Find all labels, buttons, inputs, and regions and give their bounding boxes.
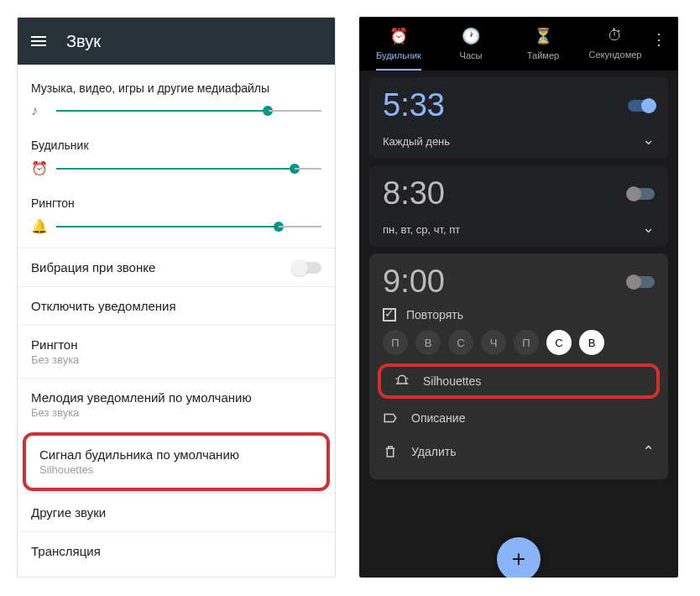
alarm-toggle[interactable] xyxy=(628,100,655,112)
ring-slider[interactable] xyxy=(56,226,321,227)
alarm-slider[interactable] xyxy=(56,168,321,170)
ring-volume: Рингтон 🔔 xyxy=(18,190,335,248)
hourglass-icon: ⏳ xyxy=(507,27,579,45)
tabs: ⏰ Будильник 🕐 Часы ⏳ Таймер ⏱ Секундомер… xyxy=(359,17,678,71)
mute-notifications-row[interactable]: Отключить уведомления xyxy=(18,286,335,325)
clock-app-screen: ⏰ Будильник 🕐 Часы ⏳ Таймер ⏱ Секундомер… xyxy=(359,17,678,578)
alarm-time: 8:30 xyxy=(383,175,445,212)
alarm-volume: Будильник ⏰ xyxy=(18,132,335,190)
bell-icon: 🔔 xyxy=(31,218,46,234)
alarm-item-2[interactable]: 8:30 пн, вт, ср, чт, пт ⌄ xyxy=(369,165,668,247)
chevron-down-icon[interactable]: ⌄ xyxy=(642,130,655,149)
ringing-bell-icon xyxy=(394,374,410,389)
alarm-list: 5:33 Каждый день ⌄ 8:30 пн, вт, ср, чт, … xyxy=(359,71,678,578)
alarm-toggle[interactable] xyxy=(628,188,655,200)
ringtone-row[interactable]: Рингтон Без звука xyxy=(18,325,335,378)
alarm-item-3-expanded: 9:00 Повторять П В С Ч П С В Silhouettes xyxy=(369,254,668,479)
alarm-tone-row[interactable]: Silhouettes xyxy=(378,363,660,399)
other-sounds-row[interactable]: Другие звуки xyxy=(18,493,335,531)
label-icon xyxy=(383,410,398,426)
alarm-item-1[interactable]: 5:33 Каждый день ⌄ xyxy=(369,77,668,159)
vibrate-row[interactable]: Вибрация при звонке xyxy=(18,248,335,286)
notification-sound-row[interactable]: Мелодия уведомлений по умолчанию Без зву… xyxy=(18,378,335,431)
label-row[interactable]: Описание xyxy=(383,402,655,434)
chevron-down-icon[interactable]: ⌄ xyxy=(642,218,655,237)
media-slider[interactable] xyxy=(56,110,321,112)
clock-icon: 🕐 xyxy=(435,27,507,45)
content: Музыка, видео, игры и другие медиафайлы … xyxy=(18,65,335,577)
add-alarm-button[interactable]: + xyxy=(497,537,541,578)
repeat-row[interactable]: Повторять xyxy=(383,308,655,322)
day-wed[interactable]: С xyxy=(448,330,473,355)
tab-alarm[interactable]: ⏰ Будильник xyxy=(363,22,435,71)
more-icon[interactable]: ⋮ xyxy=(651,22,675,49)
header: Звук xyxy=(18,18,335,65)
day-tue[interactable]: В xyxy=(415,330,441,355)
trash-icon xyxy=(383,444,398,459)
tab-stopwatch[interactable]: ⏱ Секундомер xyxy=(579,22,651,70)
delete-row[interactable]: Удалить xyxy=(383,444,456,459)
day-thu[interactable]: Ч xyxy=(481,330,506,355)
tab-timer[interactable]: ⏳ Таймер xyxy=(507,22,579,71)
day-selector: П В С Ч П С В xyxy=(383,330,655,355)
cast-row[interactable]: Трансляция xyxy=(18,531,335,570)
day-fri[interactable]: П xyxy=(514,330,539,355)
default-alarm-sound-row[interactable]: Сигнал будильника по умолчанию Silhouett… xyxy=(26,436,326,488)
sound-settings-screen: Звук Музыка, видео, игры и другие медиаф… xyxy=(17,17,336,578)
media-volume: Музыка, видео, игры и другие медиафайлы … xyxy=(18,75,335,132)
page-title: Звук xyxy=(66,32,101,51)
menu-icon[interactable] xyxy=(31,36,46,46)
chevron-up-icon[interactable]: ⌃ xyxy=(642,442,655,461)
stopwatch-icon: ⏱ xyxy=(579,27,651,44)
vibrate-toggle[interactable] xyxy=(293,262,321,274)
alarm-time[interactable]: 9:00 xyxy=(383,264,445,300)
repeat-checkbox[interactable] xyxy=(383,308,396,322)
day-sat[interactable]: С xyxy=(546,330,572,355)
day-sun[interactable]: В xyxy=(579,330,604,355)
music-note-icon: ♪ xyxy=(31,103,46,118)
alarm-toggle[interactable] xyxy=(628,276,655,288)
alarm-icon: ⏰ xyxy=(31,160,46,176)
alarm-clock-icon: ⏰ xyxy=(363,27,435,45)
tab-clock[interactable]: 🕐 Часы xyxy=(435,22,507,71)
day-mon[interactable]: П xyxy=(383,330,408,355)
alarm-time: 5:33 xyxy=(383,87,445,123)
